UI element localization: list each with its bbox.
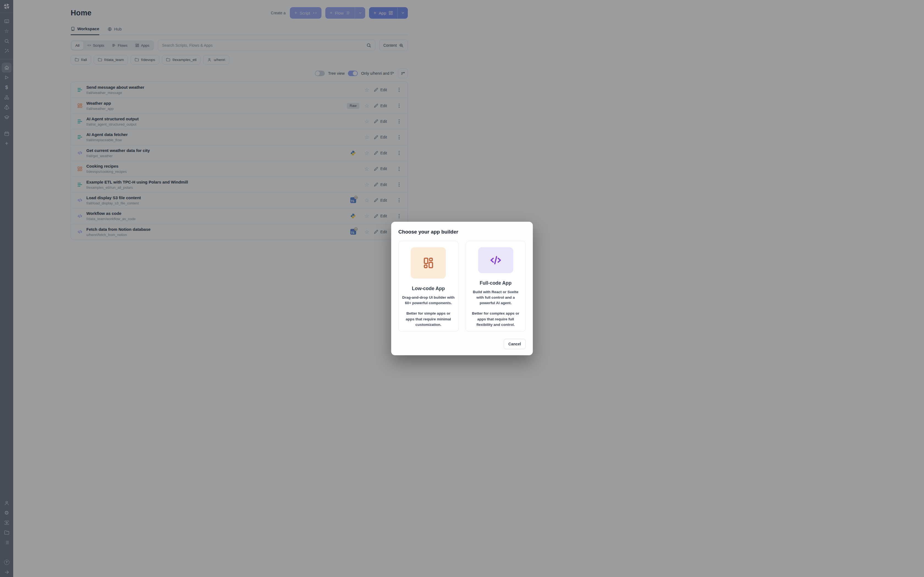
modal-title: Choose your app builder xyxy=(399,229,462,235)
low-code-tile xyxy=(411,247,446,279)
grid-icon xyxy=(422,256,435,269)
low-code-title: Low-code App xyxy=(412,286,445,288)
low-code-app-option[interactable]: Low-code App Drag-and-drop UI builder wi… xyxy=(399,241,459,288)
app-builder-modal: Choose your app builder Low-code App Dra… xyxy=(391,222,462,288)
